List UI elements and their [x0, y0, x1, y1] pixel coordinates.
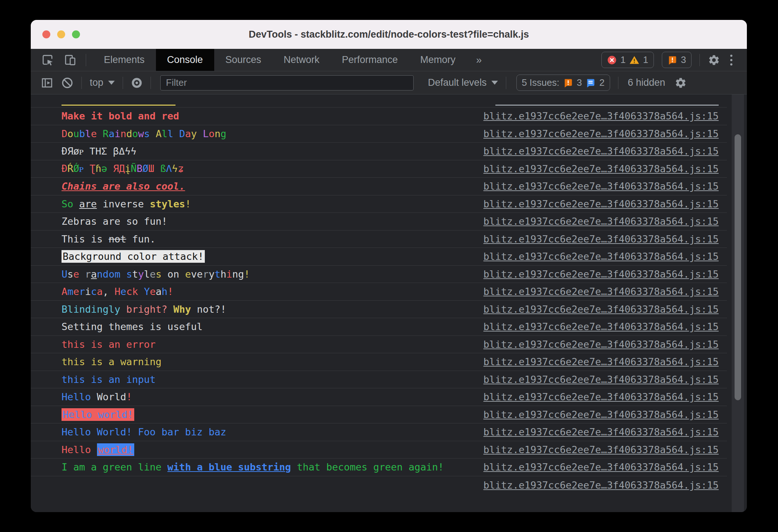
console-message-segment: not	[109, 233, 126, 245]
console-message-segment: v	[191, 269, 197, 280]
console-message: Hello World!	[62, 391, 132, 402]
source-link[interactable]: blitz.e1937cc6e2ee7e…3f4063378a564.js:15	[469, 409, 719, 420]
chevron-down-icon	[491, 81, 498, 85]
errors-warnings-badge[interactable]: 1 1	[601, 52, 654, 68]
filter-input[interactable]	[160, 75, 414, 90]
console-message-row: Double Raindows All Day Longblitz.e1937c…	[31, 125, 727, 143]
console-message-segment: s	[144, 128, 150, 139]
kebab-menu-icon[interactable]	[728, 55, 735, 66]
console-message-segment	[162, 269, 168, 280]
tab-sources[interactable]: Sources	[214, 49, 272, 71]
tab-console[interactable]: Console	[156, 49, 214, 71]
console-message-segment: This is	[62, 233, 109, 245]
minimize-window-button[interactable]	[57, 30, 65, 38]
source-link[interactable]: blitz.e1937cc6e2ee7e…3f4063378a564.js:15	[469, 321, 719, 332]
source-link[interactable]: blitz.e1937cc6e2ee7e…3f4063378a564.js:15	[469, 286, 719, 297]
source-link[interactable]: blitz.e1937cc6e2ee7e…3f4063378a564.js:15	[469, 198, 719, 210]
source-link[interactable]: blitz.e1937cc6e2ee7e…3f4063378a564.js:15	[469, 374, 719, 385]
source-link[interactable]: blitz.e1937cc6e2ee7e…3f4063378a564.js:15	[469, 480, 719, 491]
chevron-down-icon	[108, 81, 115, 85]
javascript-context-selector[interactable]: top	[90, 77, 115, 88]
improvement-issues-icon	[585, 78, 596, 88]
console-message-segment: So	[62, 198, 73, 210]
console-message-segment: n	[97, 269, 103, 280]
console-message-segment: Ŕ	[67, 163, 73, 174]
console-message-segment: o	[109, 269, 114, 280]
console-message-segment: U	[62, 269, 67, 280]
levels-label: Default levels	[428, 77, 487, 88]
console-message-row: Setting themes is usefulblitz.e1937cc6e2…	[31, 318, 727, 335]
tab-performance[interactable]: Performance	[331, 49, 409, 71]
source-link[interactable]: blitz.e1937cc6e2ee7e…3f4063378a564.js:15	[469, 128, 719, 139]
issues-icon	[667, 55, 677, 65]
issues-summary-badge[interactable]: 5 Issues: 3 2	[516, 75, 610, 91]
tab-network[interactable]: Network	[272, 49, 331, 71]
source-link[interactable]: blitz.e1937cc6e2ee7e…3f4063378a564.js:15	[469, 426, 719, 438]
console-message-segment: are	[79, 198, 97, 210]
live-expression-eye-icon[interactable]	[131, 77, 143, 89]
console-message-segment: w	[138, 128, 144, 139]
console-sidebar-icon[interactable]	[41, 77, 53, 89]
hidden-messages-link[interactable]: 6 hidden	[626, 77, 667, 88]
console-message-segment: A	[156, 128, 161, 139]
issues-badge[interactable]: 3	[662, 52, 692, 68]
source-link[interactable]: blitz.e1937cc6e2ee7e…3f4063378a564.js:15	[469, 110, 719, 122]
settings-gear-icon[interactable]	[708, 54, 720, 66]
console-message: Blindingly bright? Why not?!	[62, 304, 226, 315]
source-link[interactable]: blitz.e1937cc6e2ee7e…3f4063378a564.js:15	[469, 461, 719, 473]
console-message-segment: !	[185, 198, 191, 210]
console-message-segment: I am a green line	[62, 461, 168, 473]
console-message: Hello world!	[62, 409, 134, 420]
console-message-segment: Chains are also cool.	[62, 181, 185, 192]
close-window-button[interactable]	[42, 30, 50, 38]
more-tabs-chevron-icon[interactable]: »	[467, 54, 491, 66]
console-settings-gear-icon[interactable]	[675, 77, 687, 89]
scrollbar-thumb[interactable]	[735, 134, 741, 400]
source-link[interactable]: blitz.e1937cc6e2ee7e…3f4063378a564.js:15	[469, 391, 719, 402]
console-message-segment: l	[168, 128, 173, 139]
source-link[interactable]: blitz.e1937cc6e2ee7e…3f4063378a564.js:15	[469, 251, 719, 262]
console-message-segment: t	[132, 269, 138, 280]
zoom-window-button[interactable]	[72, 30, 80, 38]
source-link[interactable]: blitz.e1937cc6e2ee7e…3f4063378a564.js:15	[469, 233, 719, 245]
console-message-segment: a	[91, 269, 97, 280]
console-message-segment: Ʈ	[89, 163, 95, 174]
console-message-segment: ÐЯøᴘ ΤΗΣ βΔϟϟ	[62, 145, 136, 157]
console-message-segment: n	[215, 128, 220, 139]
console-message: this is an error	[62, 339, 156, 350]
warning-icon	[629, 55, 639, 65]
console-message-segment: i	[114, 128, 120, 139]
console-message-segment	[173, 128, 179, 139]
console-message-segment: Setting themes is useful	[62, 321, 203, 332]
device-toolbar-icon[interactable]	[64, 54, 76, 66]
tab-memory[interactable]: Memory	[409, 49, 467, 71]
console-message-segment	[179, 269, 185, 280]
console-message-row: this is a warningblitz.e1937cc6e2ee7e…3f…	[31, 353, 727, 371]
source-link[interactable]: blitz.e1937cc6e2ee7e…3f4063378a564.js:15	[469, 181, 719, 192]
console-message-segment: s	[67, 269, 73, 280]
inspect-element-icon[interactable]	[42, 54, 54, 66]
console-message-row: Blindingly bright? Why not?!blitz.e1937c…	[31, 300, 727, 318]
console-message-row: America, Heck Yeah!blitz.e1937cc6e2ee7e……	[31, 283, 727, 300]
console-message-segment: bright?	[126, 304, 168, 315]
console-message-segment	[120, 269, 126, 280]
console-message-segment: t	[215, 269, 220, 280]
tab-elements[interactable]: Elements	[93, 49, 156, 71]
source-link[interactable]: blitz.e1937cc6e2ee7e…3f4063378a564.js:15	[469, 145, 719, 157]
console-message-segment: ᴘ	[79, 163, 84, 174]
console-message-segment: r	[203, 269, 208, 280]
source-link[interactable]: blitz.e1937cc6e2ee7e…3f4063378a564.js:15	[469, 216, 719, 227]
scrollbar-track[interactable]	[732, 94, 744, 512]
log-levels-selector[interactable]: Default levels	[428, 77, 498, 88]
source-link[interactable]: blitz.e1937cc6e2ee7e…3f4063378a564.js:15	[469, 163, 719, 174]
source-link[interactable]: blitz.e1937cc6e2ee7e…3f4063378a564.js:15	[469, 356, 719, 367]
console-message-segment: not?!	[197, 304, 226, 315]
source-link[interactable]: blitz.e1937cc6e2ee7e…3f4063378a564.js:15	[469, 339, 719, 350]
source-link[interactable]: blitz.e1937cc6e2ee7e…3f4063378a564.js:15	[469, 269, 719, 280]
source-link[interactable]: blitz.e1937cc6e2ee7e…3f4063378a564.js:15	[469, 444, 719, 455]
console-message-segment	[91, 391, 97, 402]
console-message-segment: !	[168, 286, 173, 297]
console-message-segment: L	[203, 128, 208, 139]
source-link[interactable]: blitz.e1937cc6e2ee7e…3f4063378a564.js:15	[469, 304, 719, 315]
clear-console-icon[interactable]	[61, 77, 73, 89]
